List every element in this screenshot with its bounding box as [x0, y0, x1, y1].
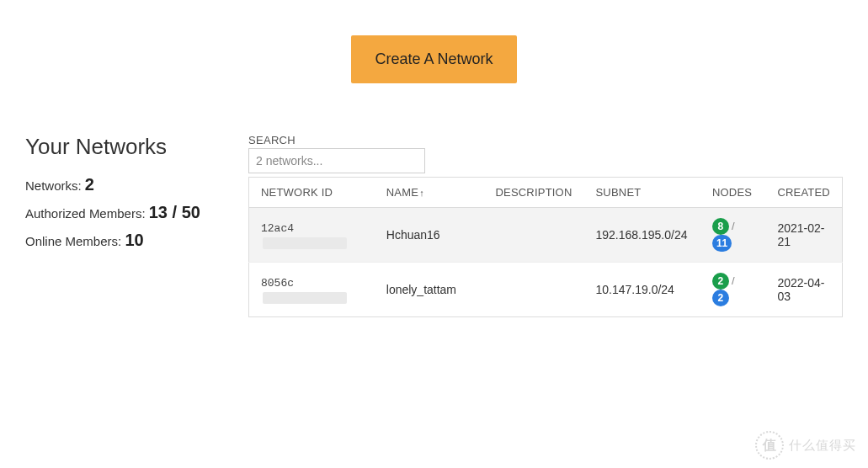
stat-networks-label: Networks: — [25, 178, 82, 193]
network-name: Hchuan16 — [375, 208, 484, 263]
stat-networks: Networks: 2 — [25, 175, 232, 194]
network-id-redacted — [263, 237, 347, 249]
stat-authorized-value: 13 / 50 — [149, 203, 200, 221]
search-label: SEARCH — [248, 134, 843, 146]
network-name: lonely_tattam — [375, 263, 484, 317]
network-id-prefix: 12ac4 — [261, 222, 294, 235]
stat-authorized-label: Authorized Members: — [25, 206, 146, 221]
th-name[interactable]: NAME↑ — [375, 178, 484, 208]
stat-online: Online Members: 10 — [25, 231, 232, 250]
network-created: 2022-04-03 — [765, 263, 842, 317]
network-description — [483, 208, 583, 263]
watermark-text: 什么值得买 — [789, 438, 856, 454]
search-input[interactable] — [248, 148, 425, 173]
network-subnet: 10.147.19.0/24 — [583, 263, 700, 317]
th-subnet[interactable]: SUBNET — [583, 178, 700, 208]
nodes-online-badge: 8 — [712, 218, 729, 235]
network-nodes: 8/11 — [700, 208, 765, 263]
stat-online-label: Online Members: — [25, 234, 121, 248]
network-description — [483, 263, 583, 317]
page-title: Your Networks — [25, 134, 232, 160]
nodes-online-badge: 2 — [712, 273, 729, 290]
table-row[interactable]: 12ac4 Hchuan16 192.168.195.0/24 8/11 202… — [249, 208, 843, 263]
th-nodes[interactable]: NODES — [700, 178, 765, 208]
stat-authorized: Authorized Members: 13 / 50 — [25, 203, 232, 222]
network-created: 2021-02-21 — [765, 208, 842, 263]
sort-ascending-icon: ↑ — [419, 188, 424, 198]
nodes-total-badge: 2 — [712, 290, 729, 306]
main-content: SEARCH NETWORK ID NAME↑ DESCRIPTION SUBN… — [248, 134, 843, 317]
th-network-id[interactable]: NETWORK ID — [249, 178, 375, 208]
nodes-separator: / — [732, 220, 735, 232]
networks-table: NETWORK ID NAME↑ DESCRIPTION SUBNET NODE… — [248, 177, 843, 317]
sidebar: Your Networks Networks: 2 Authorized Mem… — [25, 134, 232, 317]
th-created[interactable]: CREATED — [765, 178, 842, 208]
network-subnet: 192.168.195.0/24 — [583, 208, 700, 263]
watermark: 值 什么值得买 — [755, 431, 856, 460]
nodes-total-badge: 11 — [712, 235, 732, 252]
network-id-redacted — [263, 292, 347, 304]
stat-online-value: 10 — [125, 231, 143, 249]
watermark-icon: 值 — [755, 431, 784, 460]
th-name-text: NAME — [386, 186, 418, 199]
th-description[interactable]: DESCRIPTION — [483, 178, 583, 208]
network-id-prefix: 8056c — [261, 277, 294, 290]
table-row[interactable]: 8056c lonely_tattam 10.147.19.0/24 2/2 2… — [249, 263, 843, 317]
create-network-button[interactable]: Create A Network — [351, 35, 516, 83]
network-nodes: 2/2 — [700, 263, 765, 317]
nodes-separator: / — [732, 274, 735, 287]
stat-networks-value: 2 — [85, 175, 94, 194]
